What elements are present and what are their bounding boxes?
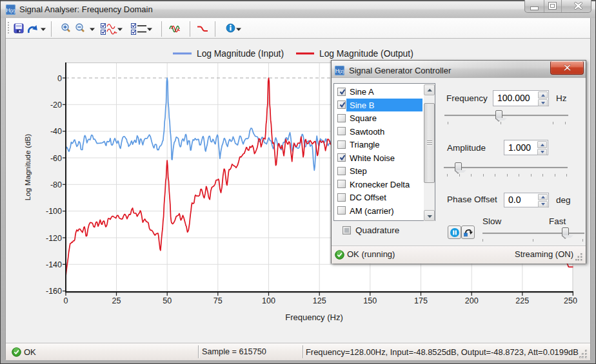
svg-text:0: 0 — [64, 296, 68, 305]
svg-text:-100: -100 — [46, 207, 62, 216]
svg-text:225: 225 — [515, 296, 529, 305]
svg-text:50: 50 — [163, 296, 172, 305]
svg-text:Log Magnitude (Input): Log Magnitude (Input) — [197, 49, 284, 59]
svg-text:-80: -80 — [50, 180, 62, 189]
svg-text:-120: -120 — [46, 234, 62, 243]
svg-text:125: 125 — [313, 296, 326, 305]
svg-text:200: 200 — [465, 296, 479, 305]
svg-text:150: 150 — [363, 296, 377, 305]
svg-text:Log Magnitude (Output): Log Magnitude (Output) — [319, 49, 413, 59]
svg-text:-160: -160 — [46, 287, 62, 296]
svg-text:175: 175 — [414, 296, 428, 305]
svg-text:-40: -40 — [50, 127, 62, 136]
svg-text:H(z): H(z) — [335, 68, 344, 74]
svg-text:100: 100 — [262, 296, 275, 305]
svg-text:-20: -20 — [50, 101, 62, 110]
svg-text:75: 75 — [214, 296, 223, 305]
svg-text:-140: -140 — [46, 260, 62, 269]
svg-text:Frequency (Hz): Frequency (Hz) — [285, 312, 343, 322]
svg-text:Log Magnitude (dB): Log Magnitude (dB) — [23, 134, 32, 201]
svg-text:25: 25 — [112, 296, 121, 305]
svg-text:250: 250 — [564, 296, 577, 305]
svg-text:0: 0 — [57, 74, 62, 83]
svg-text:-60: -60 — [50, 154, 62, 163]
